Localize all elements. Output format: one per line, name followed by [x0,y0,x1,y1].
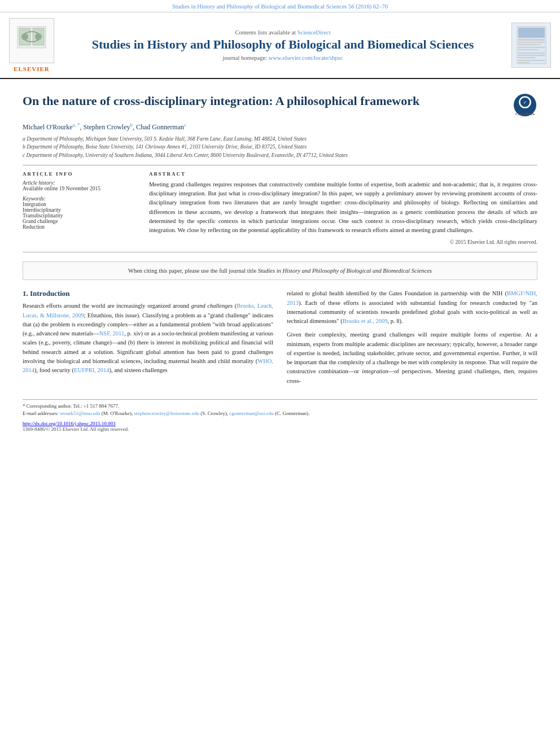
ref-who2014[interactable]: WHO, 2014 [23,358,273,373]
svg-rect-6 [518,28,545,38]
journal-thumbnail [511,23,551,68]
ref-bmgf2013[interactable]: BMGF/NIH, 2013 [287,290,537,305]
article-info-heading: ARTICLE INFO [23,171,135,177]
logo-image [9,18,54,63]
homepage-link[interactable]: www.elsevier.com/locate/shpsc [269,55,343,61]
journal-banner: Studies in History and Philosophy of Bio… [0,0,560,12]
footer-doi: http://dx.doi.org/10.1016/j.shpsc.2015.1… [23,421,537,426]
section1-heading: 1. Introduction [23,289,273,298]
footer-issn: 1369-8486/© 2015 Elsevier Ltd. All right… [23,426,537,432]
svg-text:✓: ✓ [523,101,527,104]
available-online: Available online 19 November 2015 [23,186,135,191]
email-orourke[interactable]: orourk51@msu.edu [60,410,100,416]
section1-number: 1. [23,289,30,298]
section1-right-para1: related to global health identified by t… [287,289,537,326]
footnote-emails: E-mail addresses: orourk51@msu.edu (M. O… [23,410,537,416]
keyword-2: Interdisciplinarity [23,207,135,213]
svg-rect-7 [518,39,545,41]
citation-journal-name: Studies in History and Philosophy of Bio… [258,268,432,274]
doi-link[interactable]: http://dx.doi.org/10.1016/j.shpsc.2015.1… [23,421,116,426]
svg-rect-15 [518,60,545,61]
divider1 [23,165,537,165]
svg-rect-16 [518,62,530,63]
history-label: Article history: [23,180,135,186]
main-content: On the nature of cross-disciplinary inte… [0,79,560,441]
footnote-area: * Corresponding author. Tel.: +1 517 884… [23,399,537,416]
keyword-4: Grand challenge [23,219,135,224]
keyword-5: Reduction [23,224,135,230]
citation-box: When citing this paper, please use the f… [23,261,537,280]
author3-name: Chad Gonnerman [136,123,184,131]
keyword-3: Transdisciplinarity [23,213,135,219]
crossmark-badge: ✓ CrossMark [513,93,537,117]
svg-rect-12 [518,53,545,54]
authors-line: Michael O'Rourkea, *, Stephen Crowleyb, … [23,122,537,132]
svg-rect-11 [518,49,538,50]
author3-sup: c [184,122,186,128]
affiliation-b: b Department of Philosophy, Boise State … [23,143,537,151]
article-title-section: On the nature of cross-disciplinary inte… [23,93,537,117]
affiliations: a Department of Philosophy, Michigan Sta… [23,135,537,159]
abstract-section: ABSTRACT Meeting grand challenges requir… [149,171,537,246]
svg-rect-13 [518,55,545,56]
author2-name: Stephen Crowley [83,123,130,131]
elsevier-logo: ELSEVIER [9,18,54,72]
svg-rect-10 [518,47,545,48]
copyright-line: © 2015 Elsevier Ltd. All rights reserved… [149,239,537,245]
ref-eufpri2014[interactable]: EUFPRI, 2014 [74,367,109,373]
ref-brooks2009b[interactable]: Brooks et al., 2009 [343,318,388,324]
svg-point-3 [21,33,28,40]
article-info-panel: ARTICLE INFO Article history: Available … [23,171,135,246]
abstract-text: Meeting grand challenges requires respon… [149,180,537,235]
abstract-heading: ABSTRACT [149,171,537,177]
svg-rect-14 [518,57,535,58]
keyword-1: Integration [23,202,135,207]
keywords-section: Keywords: Integration Interdisciplinarit… [23,196,135,230]
journal-header: ELSEVIER Contents lists available at Sci… [0,12,560,79]
citation-text-before: When citing this paper, please use the f… [128,268,256,274]
info-abstract-section: ARTICLE INFO Article history: Available … [23,171,537,246]
divider2 [23,252,537,252]
body-two-col: 1. Introduction Research efforts around … [23,289,537,390]
email-gonnerman[interactable]: cgonnerman@usi.edu [229,410,274,416]
journal-title: Studies in History and Philosophy of Bio… [61,37,505,53]
journal-center: Contents lists available at ScienceDirec… [61,29,505,62]
journal-homepage: journal homepage: www.elsevier.com/locat… [61,55,505,61]
body-col-right: related to global health identified by t… [287,289,537,390]
section1-title: Introduction [30,289,70,298]
footnote-corresponding: * Corresponding author. Tel.: +1 517 884… [23,403,537,409]
affiliation-c: c Department of Philosophy, University o… [23,151,537,159]
elsevier-text: ELSEVIER [9,65,54,72]
author2-sup: b [130,122,133,128]
section1-right-para2: Given their complexity, meeting grand ch… [287,330,537,386]
ref-nsf2011[interactable]: NSF, 2011 [99,330,124,337]
sciencedirect-link[interactable]: ScienceDirect [298,29,331,36]
article-history: Article history: Available online 19 Nov… [23,180,135,191]
svg-rect-9 [518,44,541,45]
article-title: On the nature of cross-disciplinary inte… [23,93,506,110]
svg-point-4 [35,33,42,40]
email-label: E-mail addresses: [23,410,59,416]
section1-para1: Research efforts around the world are in… [23,302,273,375]
body-col-left: 1. Introduction Research efforts around … [23,289,273,390]
svg-rect-8 [518,42,545,43]
email-crowley[interactable]: stephencrowley@boisestate.edu [134,410,199,416]
ref-brooks2009[interactable]: Brooks, Leach, Lucas, & Millstone, 2009 [23,303,273,318]
affiliation-a: a Department of Philosophy, Michigan Sta… [23,135,537,143]
sciencedirect-label: Contents lists available at ScienceDirec… [61,29,505,36]
author1-name: Michael O'Rourke [23,123,72,131]
author1-sup: a, * [72,122,80,128]
crossmark-circle: ✓ CrossMark [514,94,536,116]
banner-text: Studies in History and Philosophy of Bio… [172,3,388,10]
keywords-label: Keywords: [23,196,135,202]
